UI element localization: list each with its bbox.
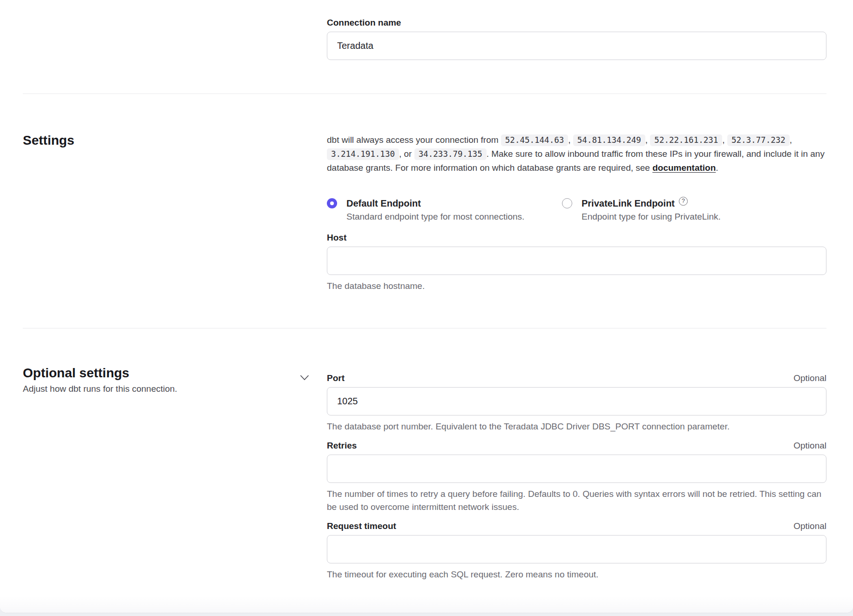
ip-intro-text: dbt will always access your connection f… [327,135,499,145]
documentation-link[interactable]: documentation [652,163,716,173]
optional-badge: Optional [793,521,826,531]
separator: , or [399,149,412,159]
optional-badge: Optional [793,373,826,383]
ip-chip: 52.22.161.231 [650,134,722,146]
separator: , [790,135,792,145]
separator: , [568,135,570,145]
chevron-down-icon[interactable] [300,375,309,381]
separator: , [645,135,648,145]
host-field: Host The database hostname. [327,233,826,293]
ip-chip: 34.233.79.135 [414,148,487,160]
retries-helper-text: The number of times to retry a query bef… [327,488,826,514]
connection-name-field: Connection name [327,18,826,60]
retries-field: Retries Optional The number of times to … [327,441,826,514]
port-label: Port [327,373,345,383]
ip-allowlist-text: dbt will always access your connection f… [327,133,826,175]
connection-name-section: Connection name [0,0,853,60]
retries-label: Retries [327,441,357,451]
radio-description-default-endpoint: Standard endpoint type for most connecti… [346,211,524,222]
help-icon[interactable]: ? [679,197,688,206]
connection-name-label: Connection name [327,18,826,28]
optional-badge: Optional [793,441,826,451]
request-timeout-helper-text: The timeout for executing each SQL reque… [327,568,826,581]
radio-label-privatelink-endpoint: PrivateLink Endpoint [582,197,675,209]
section-divider [23,94,826,94]
section-divider [23,328,826,328]
endpoint-type-radio-group: Default Endpoint Standard endpoint type … [327,197,826,222]
port-field: Port Optional The database port number. … [327,373,826,433]
radio-option-privatelink-endpoint[interactable]: PrivateLink Endpoint ? Endpoint type for… [562,197,721,222]
ip-chip: 52.3.77.232 [727,134,790,146]
optional-settings-heading: Optional settings [23,366,327,381]
ip-chip: 52.45.144.63 [501,134,568,146]
host-input[interactable] [327,247,826,275]
port-input[interactable] [327,387,826,415]
request-timeout-input[interactable] [327,535,826,563]
radio-selected-icon[interactable] [327,198,337,208]
radio-description-privatelink-endpoint: Endpoint type for using PrivateLink. [582,211,721,222]
sentence-period: . [716,163,718,173]
port-helper-text: The database port number. Equivalent to … [327,420,826,433]
request-timeout-field: Request timeout Optional The timeout for… [327,521,826,581]
request-timeout-label: Request timeout [327,521,396,531]
radio-unselected-icon[interactable] [562,198,572,208]
optional-settings-section: Optional settings Adjust how dbt runs fo… [0,366,853,593]
host-label: Host [327,233,826,243]
ip-chip: 3.214.191.130 [327,148,399,160]
optional-settings-subheading: Adjust how dbt runs for this connection. [23,383,327,395]
radio-label-default-endpoint: Default Endpoint [346,197,524,209]
settings-heading: Settings [23,133,327,148]
separator: , [722,135,724,145]
host-helper-text: The database hostname. [327,280,826,293]
retries-input[interactable] [327,455,826,483]
ip-chip: 54.81.134.249 [573,134,645,146]
connection-name-input[interactable] [327,32,826,60]
connection-settings-card: Connection name Settings dbt will always… [0,0,853,613]
radio-option-default-endpoint[interactable]: Default Endpoint Standard endpoint type … [327,197,562,222]
settings-section: Settings dbt will always access your con… [0,133,853,293]
